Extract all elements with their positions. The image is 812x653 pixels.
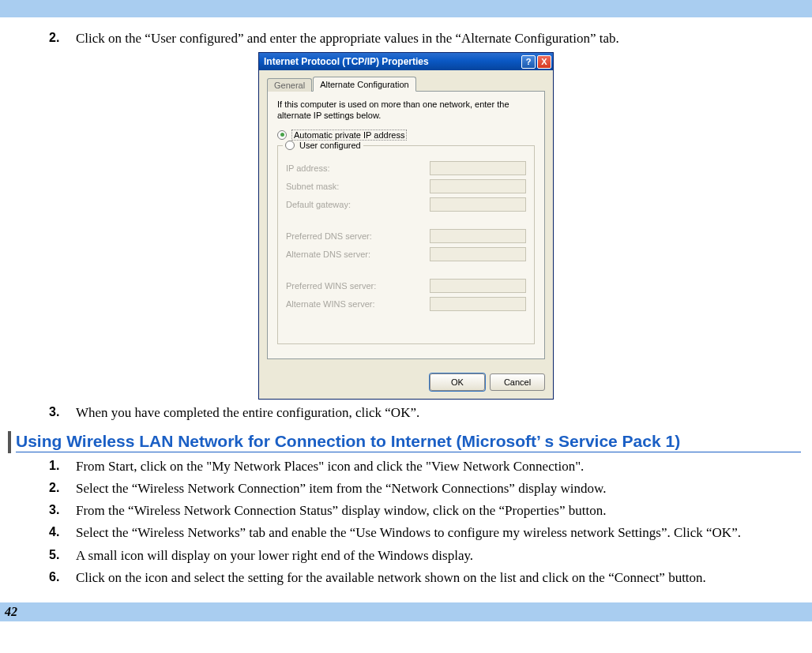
step-number: 3. [49,404,76,422]
list-item: 2. Select the “Wireless Network Connecti… [49,480,804,497]
field-label: Preferred DNS server: [286,231,430,241]
list-item: 3. From the “Wireless Network Connection… [49,502,804,520]
step-text: A small icon will display on your lower … [76,547,804,565]
step-text: From Start, click on the "My Network Pla… [76,458,804,475]
tab-instruction: If this computer is used on more than on… [277,99,535,122]
list-item: 2. Click on the “User configured” and en… [49,30,804,47]
step-text: From the “Wireless Network Connection St… [76,502,804,520]
ok-button[interactable]: OK [430,373,485,391]
page-top-bar [0,0,812,17]
list-item: 4. Select the “Wireless Networks” tab an… [49,524,804,542]
alternate-wins-input[interactable] [430,297,526,311]
tab-general[interactable]: General [267,78,312,92]
button-label: OK [451,377,464,387]
tab-label: General [274,81,305,90]
field-subnet-mask: Subnet mask: [286,179,526,193]
tab-label: Alternate Configuration [320,80,409,89]
step-text: When you have completed the entire confi… [76,404,804,422]
tab-strip: General Alternate Configuration [267,77,545,92]
tcpip-properties-dialog: Internet Protocol (TCP/IP) Properties ? … [258,52,554,400]
field-alternate-wins: Alternate WINS server: [286,297,526,311]
radio-label: Automatic private IP address [291,129,407,141]
field-label: Alternate DNS server: [286,250,430,259]
step-text: Select the “Wireless Network Connection”… [76,480,804,497]
dialog-screenshot: Internet Protocol (TCP/IP) Properties ? … [8,52,804,400]
field-label: Alternate WINS server: [286,299,430,309]
close-button[interactable]: X [537,55,551,69]
field-alternate-dns: Alternate DNS server: [286,247,526,261]
page-bottom-bar: 42 [0,602,812,621]
subnet-mask-input[interactable] [430,179,526,193]
heading-text: Using Wireless LAN Network for Connectio… [16,432,801,452]
step-text: Click on the “User configured” and enter… [76,30,804,47]
help-button[interactable]: ? [521,55,536,69]
list-item: 3. When you have completed the entire co… [49,404,804,422]
section-heading: Using Wireless LAN Network for Connectio… [8,431,804,453]
page-content: 2. Click on the “User configured” and en… [0,17,812,587]
step-text: Select the “Wireless Networks” tab and e… [76,524,804,542]
step-number: 2. [49,30,76,47]
preferred-dns-input[interactable] [430,229,526,243]
radio-automatic-private-ip[interactable]: Automatic private IP address [277,129,535,141]
help-icon: ? [526,57,532,66]
tab-panel: If this computer is used on more than on… [267,91,545,359]
preferred-wins-input[interactable] [430,279,526,293]
step-number: 2. [49,480,76,497]
field-label: Preferred WINS server: [286,281,430,291]
radio-user-configured[interactable]: User configured [283,141,363,150]
step-number: 3. [49,502,76,520]
radio-icon [285,141,295,150]
field-preferred-dns: Preferred DNS server: [286,229,526,243]
dialog-button-row: OK Cancel [259,367,553,399]
dialog-title: Internet Protocol (TCP/IP) Properties [264,56,520,67]
field-preferred-wins: Preferred WINS server: [286,279,526,293]
close-icon: X [541,57,547,66]
ip-address-input[interactable] [430,161,526,175]
tab-alternate-configuration[interactable]: Alternate Configuration [313,77,416,92]
field-label: Subnet mask: [286,182,430,191]
step-text: Click on the icon and select the setting… [76,569,804,587]
button-label: Cancel [504,377,531,387]
field-label: Default gateway: [286,200,430,209]
alternate-dns-input[interactable] [430,247,526,261]
dialog-body: General Alternate Configuration If this … [259,70,553,367]
default-gateway-input[interactable] [430,197,526,212]
step-number: 1. [49,458,76,475]
field-label: IP address: [286,163,430,173]
list-item: 6. Click on the icon and select the sett… [49,569,804,587]
page-number: 42 [0,605,17,619]
radio-label: User configured [299,141,361,150]
field-default-gateway: Default gateway: [286,197,526,212]
field-ip-address: IP address: [286,161,526,175]
user-configured-group: User configured IP address: Subnet mask:… [277,145,535,344]
cancel-button[interactable]: Cancel [490,373,545,391]
step-number: 6. [49,569,76,587]
step-number: 5. [49,547,76,565]
step-number: 4. [49,524,76,542]
list-item: 5. A small icon will display on your low… [49,547,804,565]
list-item: 1. From Start, click on the "My Network … [49,458,804,475]
dialog-titlebar: Internet Protocol (TCP/IP) Properties ? … [259,53,553,70]
radio-icon [277,130,287,140]
